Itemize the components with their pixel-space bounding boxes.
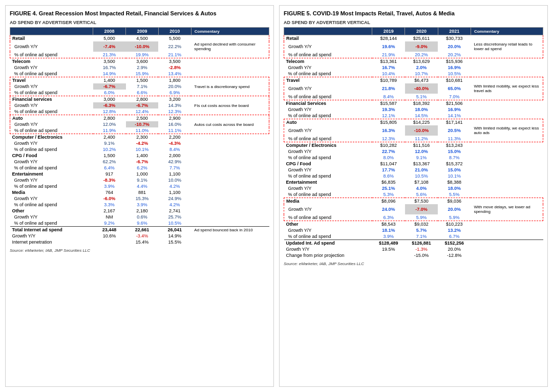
table-row: Growth Y/Y25.1%4.0%18.0% xyxy=(284,185,543,191)
row-commentary: With limited mobility, we expect less tr… xyxy=(471,83,543,94)
table-row: Growth Y/Y16.7%2.0%16.9% xyxy=(284,64,543,71)
row-value: 10.1% xyxy=(438,173,471,179)
figure5-header-2019: 2019 xyxy=(372,28,405,35)
row-commentary xyxy=(191,195,269,202)
table-row: Financial services3,0002,8003,200 xyxy=(10,96,269,103)
table-row: Growth Y/Y16.7%2.9%-2.8% xyxy=(10,64,269,71)
row-value: 2,000 xyxy=(158,153,191,159)
row-commentary xyxy=(191,108,269,115)
row-label: % of online ad spend xyxy=(10,220,93,227)
row-label: Financial services xyxy=(10,96,93,103)
row-value: 5,500 xyxy=(158,35,191,42)
row-commentary: Ad spend declined with consumer spending xyxy=(191,41,269,52)
row-label: Telecom xyxy=(10,58,93,65)
table-row: % of online ad spend12.8%12.4%12.3% xyxy=(10,108,269,115)
row-value: $8,388 xyxy=(438,179,471,185)
row-commentary xyxy=(471,148,543,155)
row-value: 6.0% xyxy=(93,90,126,96)
row-label: Growth Y/Y xyxy=(284,41,372,52)
row-value: 10.2% xyxy=(93,146,126,153)
row-commentary: With move delays, we lower ad spending xyxy=(471,204,543,214)
row-label: % of online ad spend xyxy=(10,90,93,96)
row-value: 21.1% xyxy=(158,52,191,58)
row-value: 12.8% xyxy=(93,108,126,115)
row-value: $11,047 xyxy=(372,161,405,167)
row-value: 20.2% xyxy=(405,52,438,58)
row-value: 8.4% xyxy=(158,146,191,153)
row-value: 2,500 xyxy=(126,115,159,122)
row-value: -40.0% xyxy=(405,83,438,94)
table-row: % of online ad spend8.6%10.5%10.1% xyxy=(284,173,543,179)
row-commentary xyxy=(471,179,543,185)
row-value: $7,530 xyxy=(405,198,438,205)
row-value: 21.3% xyxy=(93,52,126,58)
table-row: Auto2,8002,5002,900 xyxy=(10,115,269,122)
figure5-section-label: AD SPEND BY ADVERTISER VERTICAL xyxy=(284,20,543,25)
row-value: $28,144 xyxy=(372,35,405,42)
row-label: Growth Y/Y xyxy=(284,64,372,71)
row-value: 2.9% xyxy=(126,64,159,71)
row-value: 16.9% xyxy=(438,106,471,113)
row-value: 12.0% xyxy=(93,121,126,127)
table-row: Media$8,096$7,530$9,036 xyxy=(284,198,543,205)
table-row: Growth Y/Y12.0%-10.7%16.0%Autos cut cost… xyxy=(10,121,269,127)
row-value: 21.0% xyxy=(405,167,438,173)
row-value: $25,611 xyxy=(405,35,438,42)
table-row: CPG / Food$11,047$13,367$15,372 xyxy=(284,161,543,167)
row-value: 8.0% xyxy=(372,155,405,161)
row-value: 2,200 xyxy=(158,134,191,141)
figure5-header-commentary: Commentary xyxy=(471,28,543,35)
row-value: 1,100 xyxy=(158,171,191,177)
figure4-header-2008: 2008 xyxy=(93,28,126,35)
row-value: 14.9% xyxy=(93,71,126,77)
row-value: 12.1% xyxy=(372,113,405,119)
figure4-section-label: AD SPEND BY ADVERTISER VERTICAL xyxy=(10,20,269,25)
row-value: -8.3% xyxy=(93,177,126,183)
row-commentary xyxy=(471,161,543,167)
table-row: Auto$15,805$14,225$17,141 xyxy=(284,119,543,126)
row-value: 1,000 xyxy=(126,171,159,177)
row-label: % of online ad spend xyxy=(284,233,372,240)
row-commentary: Travel is a discretionary spend xyxy=(191,83,269,90)
row-value: 1,800 xyxy=(158,77,191,84)
row-label: Financial Services xyxy=(284,100,372,107)
row-value: 12.4% xyxy=(126,108,159,115)
row-label: % of online ad spend xyxy=(284,155,372,161)
table-row: Growth Y/Y-7.4%-10.0%22.2%Ad spend decli… xyxy=(10,41,269,52)
row-commentary xyxy=(471,227,543,233)
row-value: 5.3% xyxy=(372,191,405,198)
row-value: 15.0% xyxy=(438,167,471,173)
table-row: % of online ad spend3.9%4.4%4.2% xyxy=(10,183,269,189)
row-value: $10,681 xyxy=(438,77,471,84)
row-commentary: FIs cut costs across the board xyxy=(191,102,269,108)
table-row: Growth Y/Y16.3%-10.0%20.5%With limited m… xyxy=(284,125,543,136)
total-row: Growth Y/Y19.5%-1.3%20.0% xyxy=(284,246,543,252)
row-value: 18.1% xyxy=(372,227,405,233)
total-row: Change from prior projection-15.0%-12.8% xyxy=(284,252,543,258)
table-row: Other$8,543$9,032$10,223 xyxy=(284,221,543,228)
row-label: Computer / Electronics xyxy=(10,134,93,141)
row-value: 21.9% xyxy=(372,52,405,58)
row-value: $13,367 xyxy=(405,161,438,167)
table-row: % of online ad spend6.3%5.9%5.9% xyxy=(284,214,543,221)
row-commentary xyxy=(191,189,269,195)
row-commentary xyxy=(471,167,543,173)
total-row: Updated Int. Ad spend$128,489$126,881$15… xyxy=(284,240,543,247)
row-value: 20.0% xyxy=(158,83,191,90)
table-row: Growth Y/Y18.1%5.7%13.2% xyxy=(284,227,543,233)
table-row: Growth Y/Y17.7%21.0%15.0% xyxy=(284,167,543,173)
row-value: 16.7% xyxy=(372,64,405,71)
row-value: 17.7% xyxy=(372,167,405,173)
table-row: Telecom3,5003,6003,500 xyxy=(10,58,269,65)
row-commentary xyxy=(471,77,543,84)
table-row: % of online ad spend8.0%9.1%8.7% xyxy=(284,155,543,161)
row-label: Growth Y/Y xyxy=(284,185,372,191)
row-value: 1,400 xyxy=(126,153,159,159)
row-label: Auto xyxy=(284,119,372,126)
row-value: $9,036 xyxy=(438,198,471,205)
figure4-header-2010: 2010 xyxy=(158,28,191,35)
figure4: FIGURE 4. Great Recession Most Impacted … xyxy=(5,5,274,387)
table-row: Growth Y/Y22.7%12.0%15.0% xyxy=(284,148,543,155)
row-value: 16.3% xyxy=(372,125,405,136)
row-label: Travel xyxy=(10,77,93,84)
